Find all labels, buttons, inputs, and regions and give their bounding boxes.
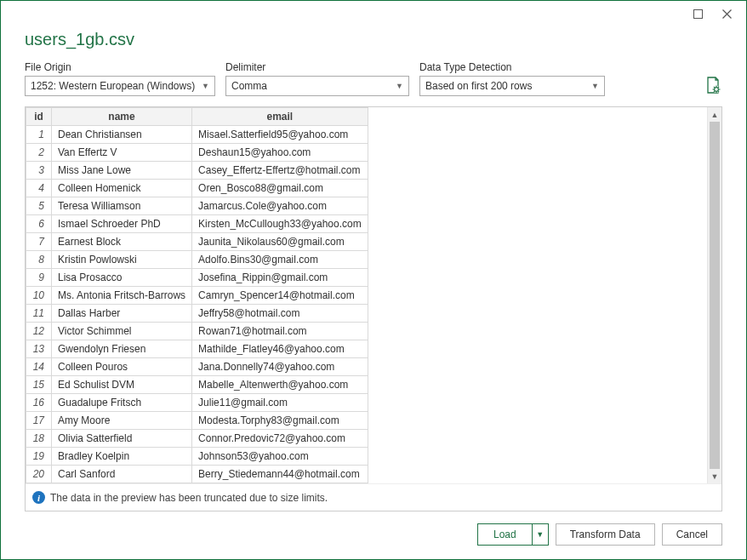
load-button[interactable]: Load <box>477 523 532 546</box>
cell-name: Lisa Prosacco <box>52 269 192 287</box>
settings-icon-button[interactable] <box>704 76 722 94</box>
load-dropdown-button[interactable]: ▼ <box>532 523 549 546</box>
table-row[interactable]: 10Ms. Antonia Fritsch-BarrowsCamryn_Spen… <box>26 287 368 305</box>
cell-email: Mathilde_Flatley46@yahoo.com <box>192 340 368 358</box>
cell-id: 2 <box>26 144 52 162</box>
data-type-value: Based on first 200 rows <box>425 80 532 92</box>
table-row[interactable]: 6Ismael Schroeder PhDKirsten_McCullough3… <box>26 215 368 233</box>
titlebar <box>1 1 746 26</box>
table-row[interactable]: 1Dean ChristiansenMisael.Satterfield95@y… <box>26 126 368 144</box>
cell-name: Victor Schimmel <box>52 323 192 340</box>
cell-email: Mabelle_Altenwerth@yahoo.com <box>192 376 368 394</box>
table-row[interactable]: 7Earnest BlockJaunita_Nikolaus60@gmail.c… <box>26 233 368 251</box>
cell-email: Casey_Effertz-Effertz@hotmail.com <box>192 162 368 180</box>
cell-id: 18 <box>26 430 52 448</box>
cell-email: Camryn_Spencer14@hotmail.com <box>192 287 368 305</box>
truncate-message-text: The data in the preview has been truncat… <box>50 492 328 504</box>
cell-email: Julie11@gmail.com <box>192 394 368 412</box>
cell-email: Oren_Bosco88@gmail.com <box>192 180 368 197</box>
table-row[interactable]: 4Colleen HomenickOren_Bosco88@gmail.com <box>26 180 368 197</box>
table-row[interactable]: 19Bradley KoelpinJohnson53@yahoo.com <box>26 448 368 466</box>
close-button[interactable] <box>712 3 741 24</box>
cell-email: Rowan71@hotmail.com <box>192 323 368 340</box>
cell-email: Kirsten_McCullough33@yahoo.com <box>192 215 368 233</box>
vertical-scrollbar[interactable]: ▲ ▼ <box>707 107 721 483</box>
cell-name: Guadalupe Fritsch <box>52 394 192 412</box>
cell-email: Jana.Donnelly74@yahoo.com <box>192 358 368 376</box>
transform-data-button[interactable]: Transform Data <box>556 523 655 546</box>
cell-id: 5 <box>26 197 52 215</box>
scroll-up-icon[interactable]: ▲ <box>708 107 721 122</box>
dialog-window: users_1gb.csv File Origin 1252: Western … <box>0 0 747 560</box>
maximize-button[interactable] <box>683 3 712 24</box>
delimiter-select[interactable]: Comma ▼ <box>225 76 409 96</box>
cell-id: 14 <box>26 358 52 376</box>
cell-id: 4 <box>26 180 52 197</box>
preview-empty-area <box>368 107 707 483</box>
table-row[interactable]: 15Ed Schulist DVMMabelle_Altenwerth@yaho… <box>26 376 368 394</box>
table-row[interactable]: 8Kristin PowlowskiAdolfo.Bins30@gmail.co… <box>26 251 368 269</box>
cell-id: 7 <box>26 233 52 251</box>
truncate-message-bar: i The data in the preview has been trunc… <box>26 483 721 511</box>
table-row[interactable]: 13Gwendolyn FriesenMathilde_Flatley46@ya… <box>26 340 368 358</box>
cell-name: Ed Schulist DVM <box>52 376 192 394</box>
cell-id: 11 <box>26 305 52 323</box>
page-settings-icon <box>705 77 721 94</box>
svg-rect-0 <box>693 9 702 18</box>
table-row[interactable]: 3Miss Jane LoweCasey_Effertz-Effertz@hot… <box>26 162 368 180</box>
maximize-icon <box>693 9 703 19</box>
table-row[interactable]: 12Victor SchimmelRowan71@hotmail.com <box>26 323 368 340</box>
table-row[interactable]: 16Guadalupe FritschJulie11@gmail.com <box>26 394 368 412</box>
scroll-down-icon[interactable]: ▼ <box>708 469 721 483</box>
cell-name: Ismael Schroeder PhD <box>52 215 192 233</box>
cell-email: Adolfo.Bins30@gmail.com <box>192 251 368 269</box>
data-type-select[interactable]: Based on first 200 rows ▼ <box>419 76 605 96</box>
cell-name: Earnest Block <box>52 233 192 251</box>
cell-id: 1 <box>26 126 52 144</box>
cell-name: Teresa Williamson <box>52 197 192 215</box>
cell-name: Carl Sanford <box>52 466 192 483</box>
cell-name: Colleen Pouros <box>52 358 192 376</box>
cell-email: Misael.Satterfield95@yahoo.com <box>192 126 368 144</box>
file-origin-control: File Origin 1252: Western European (Wind… <box>25 61 215 96</box>
cell-name: Olivia Satterfield <box>52 430 192 448</box>
col-header-email[interactable]: email <box>192 108 368 126</box>
cell-email: Jeffry58@hotmail.com <box>192 305 368 323</box>
cell-name: Kristin Powlowski <box>52 251 192 269</box>
cell-email: Josefina_Rippin@gmail.com <box>192 269 368 287</box>
cell-email: Jamarcus.Cole@yahoo.com <box>192 197 368 215</box>
cancel-button[interactable]: Cancel <box>662 523 722 546</box>
cell-name: Amy Moore <box>52 412 192 430</box>
cell-name: Colleen Homenick <box>52 180 192 197</box>
table-row[interactable]: 9Lisa ProsaccoJosefina_Rippin@gmail.com <box>26 269 368 287</box>
table-row[interactable]: 11Dallas HarberJeffry58@hotmail.com <box>26 305 368 323</box>
controls-row: File Origin 1252: Western European (Wind… <box>25 61 722 96</box>
cell-name: Gwendolyn Friesen <box>52 340 192 358</box>
table-row[interactable]: 2Van Effertz VDeshaun15@yahoo.com <box>26 144 368 162</box>
file-origin-select[interactable]: 1252: Western European (Windows) ▼ <box>25 76 215 96</box>
table-row[interactable]: 5Teresa WilliamsonJamarcus.Cole@yahoo.co… <box>26 197 368 215</box>
cell-id: 17 <box>26 412 52 430</box>
cell-name: Van Effertz V <box>52 144 192 162</box>
col-header-id[interactable]: id <box>26 108 52 126</box>
col-header-name[interactable]: name <box>52 108 192 126</box>
info-icon: i <box>32 491 45 504</box>
table-row[interactable]: 18Olivia SatterfieldConnor.Predovic72@ya… <box>26 430 368 448</box>
scroll-thumb[interactable] <box>710 122 720 469</box>
cell-name: Miss Jane Lowe <box>52 162 192 180</box>
delimiter-control: Delimiter Comma ▼ <box>225 61 409 96</box>
table-row[interactable]: 14Colleen PourosJana.Donnelly74@yahoo.co… <box>26 358 368 376</box>
header-row: id name email <box>26 108 368 126</box>
file-origin-value: 1252: Western European (Windows) <box>31 80 195 92</box>
preview-area: id name email 1Dean ChristiansenMisael.S… <box>25 106 722 511</box>
cell-email: Berry_Stiedemann44@hotmail.com <box>192 466 368 483</box>
cell-id: 13 <box>26 340 52 358</box>
table-row[interactable]: 17Amy MooreModesta.Torphy83@gmail.com <box>26 412 368 430</box>
chevron-down-icon: ▼ <box>396 82 403 90</box>
cell-email: Modesta.Torphy83@gmail.com <box>192 412 368 430</box>
cell-id: 9 <box>26 269 52 287</box>
cell-email: Johnson53@yahoo.com <box>192 448 368 466</box>
cell-name: Bradley Koelpin <box>52 448 192 466</box>
table-row[interactable]: 20Carl SanfordBerry_Stiedemann44@hotmail… <box>26 466 368 483</box>
cell-id: 6 <box>26 215 52 233</box>
